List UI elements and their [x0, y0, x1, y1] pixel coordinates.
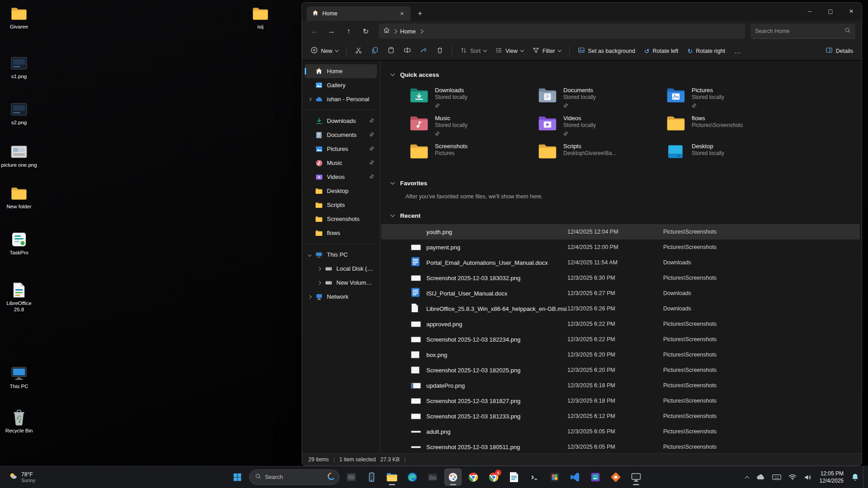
recent-file-row[interactable]: Screenshot 2025-12-03 181827.png 12/3/20…	[381, 393, 860, 408]
new-button[interactable]: New	[307, 44, 342, 58]
taskbar-app-chrome-profile-2[interactable]: 8	[485, 469, 502, 486]
tab-close-icon[interactable]: ✕	[397, 9, 407, 19]
sidebar-item-local-disk-c-[interactable]: Local Disk (C:)	[305, 262, 377, 276]
sidebar-item-videos[interactable]: Videos	[305, 170, 377, 184]
sidebar-item-music[interactable]: Music	[305, 156, 377, 170]
recent-file-row[interactable]: ISIJ_Portal_User_Manual.docx 12/3/2025 6…	[381, 286, 860, 301]
desktop-icon-this-pc[interactable]: This PC	[0, 365, 38, 389]
taskbar-app-mail-app[interactable]	[343, 469, 360, 486]
recent-file-row[interactable]: approved.png 12/3/2025 6:22 PM Pictures\…	[381, 316, 860, 332]
sidebar-item-screenshots[interactable]: Screenshots	[305, 212, 377, 226]
sidebar-item-new-volume-d-[interactable]: New Volume (D:)	[305, 276, 377, 290]
quick-access-flows[interactable]: flows Pictures\Screenshots	[662, 112, 791, 138]
refresh-button[interactable]: ↻	[358, 24, 373, 38]
taskbar-app-color-app[interactable]	[546, 469, 563, 486]
recent-header[interactable]: Recent	[380, 210, 862, 221]
share-button[interactable]	[416, 44, 431, 58]
taskbar-app-dark-folder-app[interactable]	[424, 469, 441, 486]
taskbar-app-purple-ide[interactable]	[587, 469, 604, 486]
quick-access-header[interactable]: Quick access	[380, 69, 862, 80]
desktop-icon-isij[interactable]: isij	[241, 5, 279, 30]
minimize-button[interactable]: ─	[799, 3, 820, 20]
sidebar-item-pictures[interactable]: Pictures	[305, 142, 377, 156]
paste-button[interactable]	[383, 44, 399, 58]
taskbar-app-chrome-browser[interactable]	[465, 469, 482, 486]
rotate-right-button[interactable]: ↻Rotate right	[684, 44, 729, 58]
desktop-icon-s2-png[interactable]: s2.png	[0, 101, 38, 126]
tray-chevron-up-icon[interactable]	[742, 469, 752, 486]
rotate-left-button[interactable]: ↺Rotate left	[640, 44, 683, 58]
sidebar-item-ishan-personal[interactable]: ishan - Personal	[305, 92, 377, 106]
sidebar-item-this-pc[interactable]: This PC	[305, 248, 377, 262]
more-options-button[interactable]: …	[730, 44, 745, 58]
sidebar-item-desktop[interactable]: Desktop	[305, 184, 377, 198]
sidebar-item-network[interactable]: Network	[305, 290, 377, 304]
start-button[interactable]	[229, 469, 246, 486]
wifi-icon[interactable]	[785, 469, 800, 486]
recent-file-row[interactable]: adult.png 12/3/2025 6:05 PM Pictures\Scr…	[381, 424, 860, 439]
taskbar-app-terminal[interactable]	[526, 469, 543, 486]
chevron-down-icon[interactable]	[308, 253, 311, 256]
desktop-icon-libreoffice-25-8[interactable]: LibreOffice 25.8	[0, 282, 38, 313]
up-button[interactable]: ↑	[341, 24, 356, 38]
sidebar-item-downloads[interactable]: Downloads	[305, 114, 377, 128]
recent-file-row[interactable]: Screenshot 2025-12-03 182025.png 12/3/20…	[381, 362, 860, 378]
weather-widget[interactable]: 78°F Sunny	[5, 466, 39, 488]
quick-access-videos[interactable]: Videos Stored locally	[534, 112, 662, 138]
recent-file-row[interactable]: Screenshot 2025-12-03 182234.png 12/3/20…	[381, 332, 860, 347]
recent-file-row[interactable]: updatePro.png 12/3/2025 6:18 PM Pictures…	[381, 378, 860, 393]
touch-keyboard-icon[interactable]	[769, 469, 784, 486]
breadcrumb-home-icon[interactable]	[383, 27, 390, 35]
taskbar-app-diamond-app[interactable]	[607, 469, 624, 486]
quick-access-music[interactable]: Music Stored locally	[406, 112, 534, 138]
recent-file-row[interactable]: Screenshot 2025-12-03 183032.png 12/3/20…	[381, 270, 860, 286]
section-collapse-icon[interactable]	[391, 180, 395, 185]
chevron-right-icon[interactable]	[308, 97, 311, 101]
quick-access-screenshots[interactable]: Screenshots Pictures	[406, 140, 534, 166]
breadcrumb[interactable]: Home	[379, 23, 745, 39]
sidebar-item-gallery[interactable]: Gallery	[305, 78, 377, 92]
recent-file-row[interactable]: Screenshot 2025-12-03 181233.png 12/3/20…	[381, 408, 860, 424]
taskbar-app-edge-browser[interactable]	[404, 469, 421, 486]
recent-file-row[interactable]: youth.png 12/4/2025 12:04 PM Pictures\Sc…	[381, 224, 860, 239]
sidebar-item-documents[interactable]: Documents	[305, 128, 377, 142]
maximize-button[interactable]: ▢	[820, 3, 841, 20]
sidebar-item-home[interactable]: Home	[305, 64, 377, 78]
recent-file-row[interactable]: payment.png 12/4/2025 12:00 PM Pictures\…	[381, 239, 860, 255]
desktop-icon-givaree[interactable]: Givaree	[0, 5, 38, 30]
sidebar-item-scripts[interactable]: Scripts	[305, 198, 377, 212]
forward-button[interactable]: →	[324, 24, 339, 38]
taskbar-clock[interactable]: 12:05 PM 12/4/2025	[816, 470, 847, 484]
desktop-icon-taskpro[interactable]: TaskPro	[0, 231, 38, 256]
volume-icon[interactable]	[801, 469, 815, 486]
recent-file-row[interactable]: Portal_Email_Automations_User_Manual.doc…	[381, 255, 860, 270]
taskbar-app-paint-app[interactable]	[444, 469, 462, 486]
back-button[interactable]: ←	[307, 24, 322, 38]
delete-button[interactable]	[432, 44, 448, 58]
recent-file-row[interactable]: Screenshot 2025-12-03 180511.png 12/3/20…	[381, 439, 860, 453]
quick-access-documents[interactable]: Documents Stored locally	[534, 84, 662, 110]
details-pane-button[interactable]: Details	[821, 44, 857, 58]
sidebar-item-flows[interactable]: flows	[305, 226, 377, 240]
desktop-icon-recycle-bin[interactable]: Recycle Bin	[0, 409, 38, 434]
set-as-background-button[interactable]: Set as background	[574, 44, 639, 58]
section-collapse-icon[interactable]	[391, 213, 395, 217]
taskbar-app-phone-link[interactable]	[363, 469, 380, 486]
taskbar-app-libreoffice-writer[interactable]	[505, 469, 523, 486]
recent-file-row[interactable]: LibreOffice_25.8.3_Win_x86-64_helppack_e…	[381, 301, 860, 316]
show-desktop-button[interactable]	[863, 466, 865, 488]
desktop-icon-s1-png[interactable]: s1.png	[0, 55, 38, 80]
breadcrumb-segment[interactable]: Home	[400, 28, 416, 35]
chevron-right-icon[interactable]	[317, 267, 321, 270]
filter-button[interactable]: Filter	[528, 44, 565, 58]
new-tab-button[interactable]: +	[413, 7, 427, 20]
copy-button[interactable]	[367, 44, 382, 58]
favorites-header[interactable]: Favorites	[380, 177, 862, 189]
view-button[interactable]: View	[491, 44, 528, 58]
quick-access-scripts[interactable]: Scripts Desktop\Givaree\Ba...	[534, 140, 662, 166]
recent-file-row[interactable]: box.png 12/3/2025 6:20 PM Pictures\Scree…	[381, 347, 860, 362]
desktop-icon-picture-one-png[interactable]: picture one.png	[0, 144, 38, 168]
desktop-icon-new-folder[interactable]: New folder	[0, 185, 38, 210]
taskbar-app-file-explorer[interactable]	[383, 469, 401, 486]
rename-button[interactable]	[400, 44, 415, 58]
